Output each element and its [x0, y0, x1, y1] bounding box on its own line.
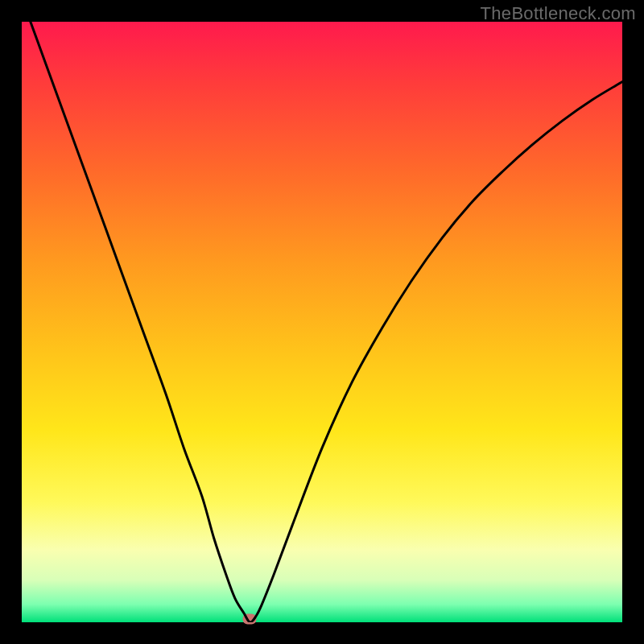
curve-svg [22, 22, 622, 622]
bottleneck-curve [22, 22, 622, 622]
chart-frame: TheBottleneck.com [0, 0, 644, 644]
plot-area [22, 22, 622, 622]
watermark-label: TheBottleneck.com [481, 3, 636, 24]
